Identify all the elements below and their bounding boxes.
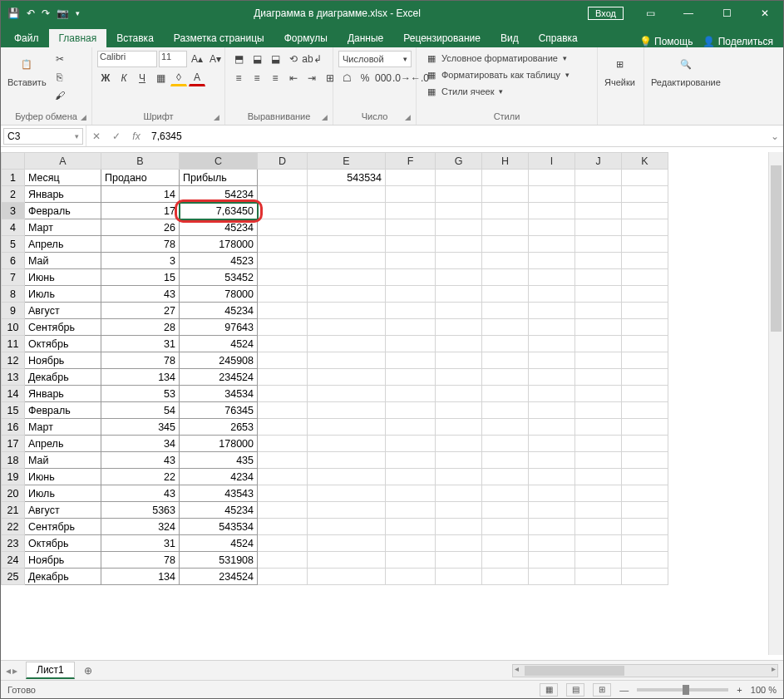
cell-J10[interactable] [575, 319, 622, 336]
cell-C7[interactable]: 53452 [180, 269, 258, 286]
border-icon[interactable]: ▦ [152, 70, 169, 86]
cell-I25[interactable] [529, 569, 575, 585]
cell-E21[interactable] [308, 502, 386, 519]
camera-icon[interactable]: 📷 [57, 7, 69, 19]
row-header[interactable]: 10 [2, 319, 25, 336]
cell-H2[interactable] [482, 186, 529, 203]
cell-D21[interactable] [258, 502, 308, 519]
cell-K21[interactable] [622, 502, 668, 519]
cell-A15[interactable]: Февраль [25, 402, 101, 419]
tab-данные[interactable]: Данные [338, 29, 393, 47]
cell-E23[interactable] [308, 535, 386, 552]
cell-J14[interactable] [575, 386, 622, 402]
cell-H6[interactable] [482, 253, 529, 269]
cell-C16[interactable]: 2653 [180, 419, 258, 436]
cell-C10[interactable]: 97643 [180, 319, 258, 336]
cell-D18[interactable] [258, 452, 308, 469]
cell-B17[interactable]: 34 [101, 436, 180, 452]
cell-H24[interactable] [482, 552, 529, 569]
underline-button[interactable]: Ч [134, 70, 150, 86]
fx-icon[interactable]: fx [126, 130, 146, 142]
cell-A7[interactable]: Июнь [25, 269, 101, 286]
cell-H14[interactable] [482, 386, 529, 402]
cell-G12[interactable] [436, 352, 482, 369]
cell-I5[interactable] [529, 236, 575, 253]
cell-A2[interactable]: Январь [25, 186, 101, 203]
copy-icon[interactable]: ⎘ [52, 69, 68, 86]
row-header[interactable]: 20 [2, 485, 25, 502]
cell-J25[interactable] [575, 569, 622, 585]
cell-A20[interactable]: Июль [25, 485, 101, 502]
tab-справка[interactable]: Справка [529, 29, 588, 47]
cell-H11[interactable] [482, 336, 529, 352]
cell-D16[interactable] [258, 419, 308, 436]
cell-A12[interactable]: Ноябрь [25, 352, 101, 369]
cell-K5[interactable] [622, 236, 668, 253]
cell-E18[interactable] [308, 452, 386, 469]
cell-J1[interactable] [575, 170, 622, 186]
cell-E4[interactable] [308, 219, 386, 236]
cell-K12[interactable] [622, 352, 668, 369]
cell-D4[interactable] [258, 219, 308, 236]
cell-J21[interactable] [575, 502, 622, 519]
cell-F13[interactable] [386, 369, 436, 386]
cell-C20[interactable]: 43543 [180, 485, 258, 502]
decrease-indent-icon[interactable]: ⇤ [285, 70, 302, 86]
cell-E1[interactable]: 543534 [308, 170, 386, 186]
col-header-I[interactable]: I [529, 153, 575, 170]
cell-A4[interactable]: Март [25, 219, 101, 236]
col-header-A[interactable]: A [25, 153, 101, 170]
cell-K10[interactable] [622, 319, 668, 336]
cell-I24[interactable] [529, 552, 575, 569]
cell-K22[interactable] [622, 519, 668, 535]
conditional-formatting-button[interactable]: ▦Условное форматирование▾ [422, 51, 570, 66]
cell-K14[interactable] [622, 386, 668, 402]
save-icon[interactable]: 💾 [7, 7, 20, 19]
undo-icon[interactable]: ↶ [27, 7, 35, 19]
normal-view-button[interactable]: ▦ [540, 683, 558, 697]
cell-E12[interactable] [308, 352, 386, 369]
ribbon-options-icon[interactable]: ▭ [632, 1, 668, 26]
cell-B20[interactable]: 43 [101, 485, 180, 502]
row-header[interactable]: 3 [2, 203, 25, 219]
cell-B16[interactable]: 345 [101, 419, 180, 436]
cell-E3[interactable] [308, 203, 386, 219]
cell-I23[interactable] [529, 535, 575, 552]
tab-разметка страницы[interactable]: Разметка страницы [164, 29, 274, 47]
cell-B19[interactable]: 22 [101, 469, 180, 485]
row-header[interactable]: 1 [2, 170, 25, 186]
row-header[interactable]: 16 [2, 419, 25, 436]
cell-C17[interactable]: 178000 [180, 436, 258, 452]
cell-B23[interactable]: 31 [101, 535, 180, 552]
cell-B2[interactable]: 14 [101, 186, 180, 203]
cell-A8[interactable]: Июль [25, 286, 101, 303]
col-header-E[interactable]: E [308, 153, 386, 170]
cell-E6[interactable] [308, 253, 386, 269]
cell-I17[interactable] [529, 436, 575, 452]
cell-G25[interactable] [436, 569, 482, 585]
col-header-F[interactable]: F [386, 153, 436, 170]
cell-F16[interactable] [386, 419, 436, 436]
cell-G24[interactable] [436, 552, 482, 569]
enter-formula-icon[interactable]: ✓ [106, 130, 126, 142]
format-as-table-button[interactable]: ▦Форматировать как таблицу▾ [422, 67, 573, 82]
cell-I9[interactable] [529, 303, 575, 319]
cell-D9[interactable] [258, 303, 308, 319]
cell-E2[interactable] [308, 186, 386, 203]
align-bottom-icon[interactable]: ⬓ [267, 51, 284, 67]
cell-G21[interactable] [436, 502, 482, 519]
cell-J20[interactable] [575, 485, 622, 502]
align-left-icon[interactable]: ≡ [230, 70, 247, 86]
cell-K11[interactable] [622, 336, 668, 352]
cell-I4[interactable] [529, 219, 575, 236]
cell-C23[interactable]: 4524 [180, 535, 258, 552]
zoom-slider[interactable] [637, 688, 728, 692]
cell-E20[interactable] [308, 485, 386, 502]
cell-C24[interactable]: 531908 [180, 552, 258, 569]
row-header[interactable]: 5 [2, 236, 25, 253]
cell-H12[interactable] [482, 352, 529, 369]
cell-F24[interactable] [386, 552, 436, 569]
cell-I3[interactable] [529, 203, 575, 219]
cell-I2[interactable] [529, 186, 575, 203]
tab-вид[interactable]: Вид [491, 29, 529, 47]
